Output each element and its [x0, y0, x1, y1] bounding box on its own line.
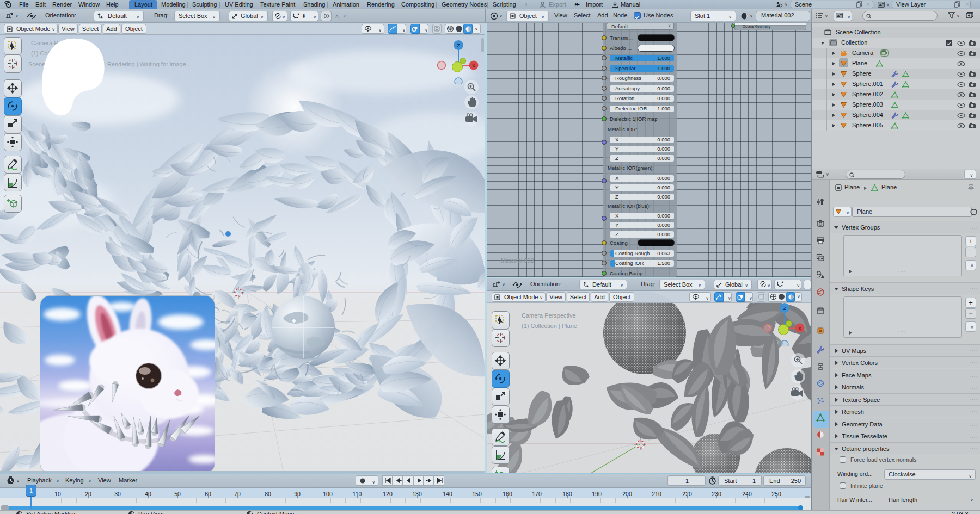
svg-text:X: X	[798, 326, 801, 331]
svg-text:X: X	[472, 63, 475, 69]
svg-text:Z: Z	[783, 306, 786, 311]
svg-text:Z: Z	[457, 43, 460, 48]
